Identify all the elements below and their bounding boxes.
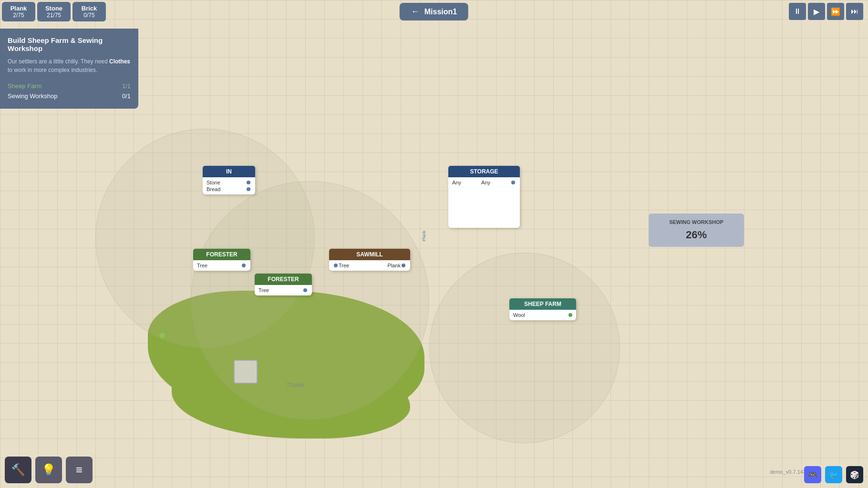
forester2-body: Tree xyxy=(255,285,312,295)
in-bread-row: Bread xyxy=(207,186,251,193)
discord-button[interactable]: 🎮 xyxy=(804,466,821,483)
objective-sewing-workshop: Sewing Workshop 0/1 xyxy=(8,91,131,101)
objective-sewing-workshop-progress: 0/1 xyxy=(122,92,131,100)
mission-title-bar: ← Mission1 xyxy=(400,3,468,20)
storage-any-right: Any xyxy=(481,180,490,185)
in-bread-port xyxy=(247,187,250,191)
in-stone-row: Stone xyxy=(207,179,251,186)
sawmill-tree-label: Tree xyxy=(339,263,349,268)
sawmill-tree-in-port xyxy=(334,264,338,267)
sheep-farm-active-dot xyxy=(568,313,572,317)
objective-sewing-workshop-label: Sewing Workshop xyxy=(8,92,58,100)
mission-panel: Build Sheep Farm & Sewing Workshop Our s… xyxy=(0,29,138,109)
panel-keyword: Clothes xyxy=(109,58,130,65)
sewing-workshop-percent: 26% xyxy=(658,229,734,241)
resource-plank: Plank 2/75 xyxy=(2,2,35,21)
bottom-toolbar: 🔨 💡 ≡ xyxy=(5,457,93,483)
speed-controls: ⏸ ▶ ⏩ ⏭ xyxy=(789,3,863,20)
forester1-body: Tree xyxy=(193,260,250,271)
forester1-tree-row: Tree xyxy=(197,262,247,269)
objective-sheep-farm-progress: 1/1 xyxy=(122,82,131,90)
forester2-header: FORESTER xyxy=(255,274,312,285)
influence-circle-2 xyxy=(191,181,429,419)
forester1-tree-port xyxy=(242,264,246,267)
mission-title-text: Mission1 xyxy=(424,8,457,16)
storage-any-port xyxy=(511,181,515,184)
in-node-body: Stone Bread xyxy=(203,177,255,194)
sawmill-node[interactable]: SAWMILL Tree Plank xyxy=(329,249,410,271)
sheep-farm-body: Wool xyxy=(509,310,576,320)
storage-any-left: Any xyxy=(452,180,461,185)
in-stone-port xyxy=(247,181,250,184)
forester2-tree-label: Tree xyxy=(258,287,269,293)
sheep-farm-wool-label: Wool xyxy=(513,312,525,318)
sawmill-row: Tree Plank xyxy=(333,262,406,269)
forester2-node[interactable]: FORESTER Tree xyxy=(255,274,312,295)
mission-back-button[interactable]: ← xyxy=(411,7,420,17)
forester1-tree-label: Tree xyxy=(197,263,207,268)
play-button[interactable]: ▶ xyxy=(808,3,825,20)
sawmill-body: Tree Plank xyxy=(329,260,410,271)
in-node-header: IN xyxy=(203,166,255,177)
map-building-marker xyxy=(234,360,258,384)
in-bread-label: Bread xyxy=(207,186,220,192)
sawmill-plank-label: Plank xyxy=(387,263,401,268)
sheep-farm-wool-row: Wool xyxy=(513,312,572,318)
hammer-tool-button[interactable]: 🔨 xyxy=(5,457,31,483)
version-text: demo_v0.7.143 xyxy=(770,469,806,475)
storage-node-body: Any Any xyxy=(448,177,520,188)
influence-circle-sheep xyxy=(429,253,620,443)
bulb-tool-button[interactable]: 💡 xyxy=(35,457,62,483)
skip-button[interactable]: ⏭ xyxy=(846,3,863,20)
sawmill-plank-port xyxy=(402,264,405,267)
sewing-workshop-panel[interactable]: SEWING WORKSHOP 26% xyxy=(649,214,744,247)
sewing-workshop-title: SEWING WORKSHOP xyxy=(658,219,734,225)
menu-tool-button[interactable]: ≡ xyxy=(66,457,93,483)
forester2-tree-port xyxy=(303,288,307,292)
in-node[interactable]: IN Stone Bread xyxy=(203,166,255,194)
panel-description: Our settlers are a little chilly. They n… xyxy=(8,57,131,74)
sheep-farm-header: SHEEP FARM xyxy=(509,298,576,310)
objective-sheep-farm-label: Sheep Farm xyxy=(8,82,42,90)
forester1-node[interactable]: FORESTER Tree xyxy=(193,249,250,271)
plank-label: Plank xyxy=(422,231,426,242)
objective-sheep-farm: Sheep Farm 1/1 xyxy=(8,81,131,91)
sawmill-header: SAWMILL xyxy=(329,249,410,260)
sheep-farm-node[interactable]: SHEEP FARM Wool xyxy=(509,298,576,320)
pause-button[interactable]: ⏸ xyxy=(789,3,806,20)
panel-title: Build Sheep Farm & Sewing Workshop xyxy=(8,36,131,52)
storage-node[interactable]: STORAGE Any Any xyxy=(448,166,520,228)
forester1-header: FORESTER xyxy=(193,249,250,260)
steam-button[interactable]: 🎲 xyxy=(846,466,863,483)
resource-bar: Plank 2/75 Stone 21/75 Brick 0/75 xyxy=(0,0,108,23)
map-label: Thawk xyxy=(286,381,304,388)
bottom-right-icons: 🎮 🐦 🎲 xyxy=(804,466,863,483)
fast-forward-button[interactable]: ⏩ xyxy=(827,3,844,20)
map-indicator-dot xyxy=(159,333,165,338)
storage-node-header: STORAGE xyxy=(448,166,520,177)
resource-brick: Brick 0/75 xyxy=(72,2,106,21)
resource-stone: Stone 21/75 xyxy=(37,2,71,21)
forester2-tree-row: Tree xyxy=(258,287,308,294)
twitter-button[interactable]: 🐦 xyxy=(825,466,842,483)
storage-any-row: Any Any xyxy=(452,179,516,186)
in-stone-label: Stone xyxy=(207,180,220,185)
